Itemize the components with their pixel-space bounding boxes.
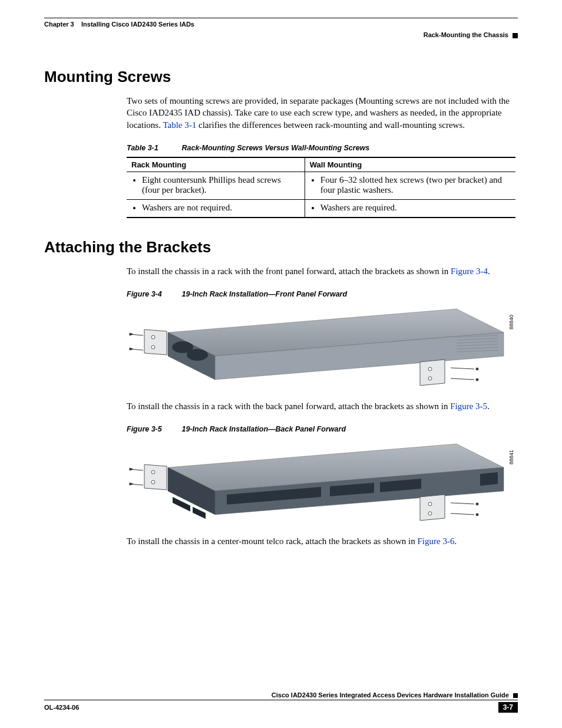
table-row: Washers are not required. Washers are re… (127, 199, 515, 218)
paragraph: To install the chassis in a center-mount… (127, 535, 518, 547)
svg-point-38 (428, 502, 432, 506)
running-header: Chapter 3 Installing Cisco IAD2430 Serie… (44, 21, 518, 28)
chapter-title: Installing Cisco IAD2430 Series IADs (81, 21, 194, 28)
page-footer: Cisco IAD2430 Series Integrated Access D… (44, 691, 518, 713)
table-header: Wall Mounting (305, 157, 515, 172)
xref-table-3-1[interactable]: Table 3-1 (163, 120, 196, 130)
svg-point-21 (476, 368, 478, 370)
doc-number: OL-4234-06 (44, 704, 79, 711)
svg-marker-31 (480, 472, 498, 486)
table-row: Eight countersunk Phillips head screws (… (127, 172, 515, 199)
figure-3-4: 88840 (127, 303, 515, 391)
svg-marker-11 (144, 330, 167, 355)
svg-line-19 (451, 368, 474, 369)
svg-point-42 (476, 503, 478, 505)
svg-line-20 (451, 378, 474, 380)
svg-point-39 (428, 512, 432, 515)
xref-figure-3-6[interactable]: Figure 3-6 (418, 536, 455, 546)
xref-figure-3-5[interactable]: Figure 3-5 (450, 401, 487, 411)
figure-id-label: 88841 (508, 450, 514, 465)
guide-title: Cisco IAD2430 Series Integrated Access D… (272, 691, 509, 699)
chapter-number: Chapter 3 (44, 21, 74, 28)
chassis-back-illustration (127, 438, 515, 526)
svg-point-12 (151, 335, 155, 339)
heading-mounting-screws: Mounting Screws (44, 68, 518, 86)
paragraph: To install the chassis in a rack with th… (127, 400, 518, 412)
table-cell: Washers are not required. (142, 203, 300, 213)
table-caption: Table 3-1 Rack-Mounting Screws Versus Wa… (127, 144, 518, 152)
table-cell: Four 6–32 slotted hex screws (two per br… (320, 175, 511, 195)
svg-point-43 (476, 513, 478, 516)
figure-id-label: 88840 (508, 315, 514, 330)
svg-line-40 (451, 503, 474, 504)
paragraph: To install the chassis in a rack with th… (127, 265, 518, 277)
header-marker-icon (513, 33, 518, 38)
figure-caption: Figure 3-5 19-Inch Rack Installation—Bac… (127, 425, 518, 433)
table-header: Rack Mounting (127, 157, 305, 172)
heading-attaching-brackets: Attaching the Brackets (44, 238, 518, 256)
svg-marker-37 (420, 495, 445, 521)
svg-line-41 (451, 513, 474, 515)
xref-figure-3-4[interactable]: Figure 3-4 (451, 266, 488, 276)
svg-marker-16 (420, 360, 445, 386)
svg-point-10 (187, 349, 208, 361)
svg-point-33 (151, 470, 155, 474)
figure-3-5: 88841 (127, 438, 515, 526)
svg-point-18 (428, 377, 432, 380)
svg-point-17 (428, 367, 432, 371)
page-number: 3-7 (498, 702, 518, 713)
svg-marker-32 (144, 465, 167, 490)
screws-table: Rack Mounting Wall Mounting Eight counte… (127, 157, 515, 218)
paragraph: Two sets of mounting screws are provided… (127, 95, 518, 131)
chassis-front-illustration (127, 303, 515, 391)
table-cell: Eight countersunk Phillips head screws (… (142, 175, 300, 195)
figure-caption: Figure 3-4 19-Inch Rack Installation—Fro… (127, 290, 518, 298)
footer-marker-icon (513, 693, 518, 698)
svg-point-13 (151, 345, 155, 349)
section-name: Rack-Mounting the Chassis (424, 31, 508, 38)
table-cell: Washers are required. (320, 203, 511, 213)
svg-point-22 (476, 378, 478, 381)
svg-point-34 (151, 480, 155, 484)
